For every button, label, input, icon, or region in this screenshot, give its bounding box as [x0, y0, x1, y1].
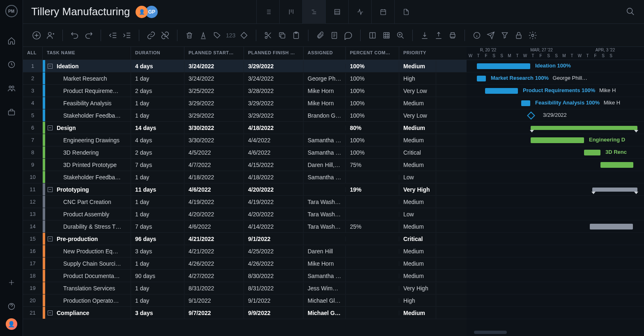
view-board-icon[interactable] [279, 0, 302, 24]
gantt-row[interactable] [467, 294, 644, 307]
table-row[interactable]: 12CNC Part Creation1 day4/19/20224/19/20… [23, 196, 467, 208]
collapse-icon[interactable]: − [48, 64, 53, 69]
gantt-bar[interactable] [521, 100, 530, 106]
gantt-row[interactable]: Engineering D [467, 134, 644, 146]
table-row[interactable]: 3Product Requireme…2 days3/25/20223/28/2… [23, 85, 467, 97]
collapse-icon[interactable]: − [48, 236, 53, 241]
gantt-row[interactable]: Ideation 100% [467, 60, 644, 72]
unlink-icon[interactable] [160, 30, 170, 41]
table-row[interactable]: 83D Rendering2 days4/5/20224/6/2022Saman… [23, 146, 467, 159]
table-row[interactable]: 21−Compliance3 days9/7/20229/9/2022Micha… [23, 307, 467, 319]
paste-icon[interactable] [291, 30, 301, 41]
view-list-icon[interactable] [256, 0, 279, 24]
milestone-icon[interactable] [239, 30, 249, 41]
info-icon[interactable] [472, 30, 482, 41]
gantt-row[interactable] [467, 257, 644, 270]
view-sheet-icon[interactable] [325, 0, 348, 24]
gantt-bar[interactable] [531, 126, 637, 130]
copy-icon[interactable] [277, 30, 288, 41]
outdent-icon[interactable] [108, 30, 118, 41]
gantt-row[interactable] [467, 245, 644, 257]
assign-icon[interactable] [45, 30, 56, 41]
print-icon[interactable] [447, 30, 458, 41]
gantt-row[interactable] [467, 282, 644, 294]
columns-icon[interactable] [367, 30, 378, 41]
gantt-bar[interactable] [477, 76, 486, 81]
gantt-row[interactable] [467, 270, 644, 282]
table-row[interactable]: 2Market Research1 day3/24/20223/24/2022G… [23, 72, 467, 85]
gantt-chart[interactable]: R, 20 '22 MAR, 27 '22 APR, 3 '22 WTFSSMT… [467, 47, 644, 336]
collapse-icon[interactable]: − [48, 187, 53, 192]
gantt-bar[interactable] [477, 63, 530, 69]
settings-icon[interactable] [527, 30, 538, 41]
add-task-icon[interactable] [31, 30, 42, 41]
help-icon[interactable] [7, 302, 16, 311]
user-avatar[interactable]: 👤 [6, 318, 17, 330]
view-file-icon[interactable] [394, 0, 417, 24]
table-row[interactable]: 20Production Operato…1 day9/1/20229/1/20… [23, 294, 467, 307]
milestone-marker[interactable] [527, 111, 535, 120]
table-row[interactable]: 15−Pre-production96 days4/21/20229/1/202… [23, 233, 467, 245]
view-calendar-icon[interactable] [371, 0, 394, 24]
gantt-row[interactable] [467, 159, 644, 171]
briefcase-icon[interactable] [7, 108, 16, 117]
gantt-row[interactable] [467, 183, 644, 196]
table-row[interactable]: 5Stakeholder Feedba…1 day3/29/20223/29/2… [23, 109, 467, 122]
table-row[interactable]: 18Product Documenta…90 days4/27/20228/30… [23, 270, 467, 282]
gantt-bar[interactable] [590, 224, 633, 229]
gantt-bar[interactable] [584, 150, 600, 155]
col-start[interactable]: PLANNED START… [184, 47, 244, 60]
import-icon[interactable] [419, 30, 430, 41]
gantt-row[interactable] [467, 208, 644, 220]
gantt-row[interactable]: 3/29/2022 [467, 109, 644, 122]
add-icon[interactable] [7, 278, 16, 287]
send-icon[interactable] [485, 30, 496, 41]
filter-icon[interactable] [499, 30, 510, 41]
col-percent[interactable]: PERCENT COM… [346, 47, 399, 60]
comment-icon[interactable] [343, 30, 354, 41]
gantt-row[interactable] [467, 196, 644, 208]
gantt-row[interactable] [467, 171, 644, 183]
search-icon[interactable] [626, 7, 636, 17]
notes-icon[interactable] [329, 30, 340, 41]
gantt-row[interactable] [467, 122, 644, 134]
gantt-row[interactable]: 3D Renc [467, 146, 644, 159]
table-row[interactable]: 10Stakeholder Feedba…1 day4/18/20224/18/… [23, 171, 467, 183]
app-logo[interactable]: PM [5, 5, 18, 17]
link-icon[interactable] [146, 30, 156, 41]
home-icon[interactable] [7, 36, 16, 45]
export-icon[interactable] [433, 30, 444, 41]
cut-icon[interactable] [263, 30, 274, 41]
view-gantt-icon[interactable] [302, 0, 325, 24]
collapse-icon[interactable]: − [48, 311, 53, 315]
gantt-bar[interactable] [531, 137, 584, 143]
table-row[interactable]: 93D Printed Prototype7 days4/7/20224/15/… [23, 159, 467, 171]
table-row[interactable]: 16New Production Eq…3 days4/21/20224/25/… [23, 245, 467, 257]
col-all[interactable]: ALL [23, 47, 43, 60]
gantt-row[interactable]: Market Research 100% George Phill… [467, 72, 644, 85]
table-row[interactable]: 7Engineering Drawings4 days3/30/20224/4/… [23, 134, 467, 146]
col-finish[interactable]: PLANNED FINISH … [244, 47, 304, 60]
table-row[interactable]: 14Durability & Stress T…7 days4/6/20224/… [23, 220, 467, 233]
lock-icon[interactable] [513, 30, 524, 41]
project-avatars[interactable]: 👤 GP [138, 6, 158, 18]
text-color-icon[interactable] [198, 30, 209, 41]
collapse-icon[interactable]: − [48, 125, 53, 130]
col-priority[interactable]: PRIORITY [399, 47, 436, 60]
delete-icon[interactable] [184, 30, 195, 41]
gantt-bar[interactable] [485, 88, 518, 94]
tag-icon[interactable] [212, 30, 223, 41]
team-icon[interactable] [7, 84, 16, 93]
col-duration[interactable]: DURATION [131, 47, 184, 60]
gantt-row[interactable] [467, 307, 644, 319]
avatar-1[interactable]: 👤 [136, 6, 148, 18]
table-row[interactable]: 19Translation Services1 day8/31/20228/31… [23, 282, 467, 294]
col-assigned[interactable]: ASSIGNED [304, 47, 346, 60]
gantt-row[interactable] [467, 220, 644, 233]
task-table[interactable]: ALL TASK NAME DURATION PLANNED START… PL… [23, 47, 467, 336]
table-row[interactable]: 13Product Assembly1 day4/20/20224/20/202… [23, 208, 467, 220]
redo-icon[interactable] [83, 30, 94, 41]
gantt-scrollbar[interactable] [474, 331, 507, 334]
view-activity-icon[interactable] [348, 0, 371, 24]
undo-icon[interactable] [69, 30, 80, 41]
